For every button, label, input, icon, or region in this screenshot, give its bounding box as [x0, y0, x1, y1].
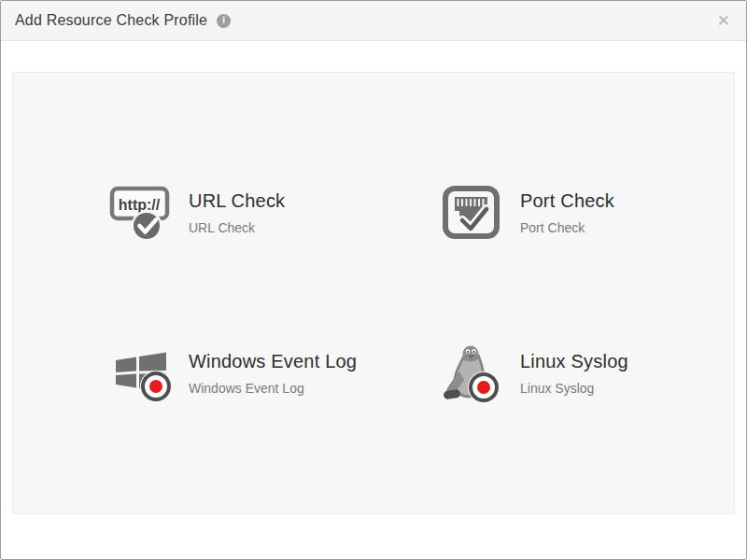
windows-event-log-icon — [108, 343, 174, 404]
dialog-header: Add Resource Check Profile i ✕ — [1, 1, 746, 41]
option-title: Linux Syslog — [520, 351, 628, 372]
dialog-title: Add Resource Check Profile — [15, 12, 207, 29]
url-check-icon: http:// — [108, 182, 174, 244]
check-type-panel: http:// URL Check URL Check — [12, 72, 735, 514]
svg-text:http://: http:// — [119, 197, 161, 213]
option-url-check[interactable]: http:// URL Check URL Check — [108, 182, 440, 244]
option-title: Windows Event Log — [189, 351, 357, 372]
option-port-check[interactable]: Port Check Port Check — [440, 182, 734, 244]
option-title: URL Check — [189, 190, 285, 212]
dialog-body: http:// URL Check URL Check — [1, 41, 746, 514]
port-check-icon — [440, 182, 505, 244]
option-subtitle: URL Check — [189, 220, 285, 235]
option-subtitle: Linux Syslog — [520, 381, 628, 396]
option-subtitle: Port Check — [520, 220, 614, 235]
close-icon[interactable]: ✕ — [715, 9, 732, 33]
info-icon[interactable]: i — [217, 14, 231, 28]
add-resource-check-profile-dialog: Add Resource Check Profile i ✕ http:// U… — [0, 0, 747, 560]
option-title: Port Check — [520, 190, 614, 212]
option-subtitle: Windows Event Log — [189, 381, 357, 396]
option-linux-syslog[interactable]: Linux Syslog Linux Syslog — [440, 343, 734, 404]
option-windows-event-log[interactable]: Windows Event Log Windows Event Log — [108, 343, 440, 404]
linux-syslog-icon — [440, 343, 505, 404]
